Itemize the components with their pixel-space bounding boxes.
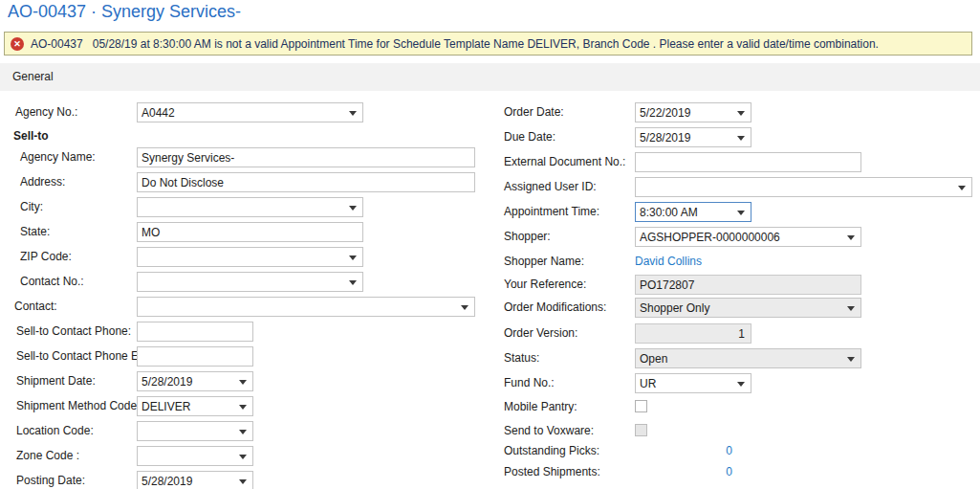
- dropdown-arrow-icon[interactable]: [847, 235, 855, 240]
- field-row-order-modifications: Order Modifications: Shopper Only: [0, 298, 980, 319]
- appointment-time-combobox[interactable]: 8:30:00 AM: [635, 202, 751, 222]
- appointment-time-value: 8:30:00 AM: [640, 206, 735, 219]
- mobile-pantry-checkbox[interactable]: [635, 400, 647, 412]
- page-title: AO-00437 · Synergy Services-: [8, 2, 241, 22]
- external-doc-label: External Document No.:: [504, 155, 625, 168]
- posted-shipments-label: Posted Shipments:: [504, 465, 600, 478]
- field-row-appointment-time: Appointment Time: 8:30:00 AM: [0, 202, 980, 223]
- section-header-general[interactable]: General: [0, 63, 980, 91]
- order-date-value: 5/22/2019: [640, 106, 735, 120]
- error-icon: ✕: [11, 37, 24, 51]
- outstanding-picks-drilldown-link[interactable]: 0: [635, 444, 732, 457]
- dropdown-arrow-icon[interactable]: [737, 111, 745, 116]
- due-date-label: Due Date:: [504, 130, 555, 144]
- field-row-send-to-voxware: Send to Voxware:: [0, 421, 980, 442]
- dropdown-arrow-icon[interactable]: [958, 186, 966, 190]
- mobile-pantry-label: Mobile Pantry:: [504, 400, 577, 413]
- error-message-text: 05/28/19 at 8:30:00 AM is not a valid Ap…: [93, 37, 879, 51]
- status-label: Status:: [504, 351, 539, 365]
- field-row-fund-no: Fund No.: UR: [0, 373, 980, 394]
- appointment-time-label: Appointment Time:: [504, 205, 599, 218]
- order-version-label: Order Version:: [504, 326, 577, 340]
- field-row-status: Status: Open: [0, 348, 980, 369]
- order-version-field: 1: [635, 323, 751, 344]
- field-row-shopper-name: Shopper Name: David Collins: [0, 252, 980, 273]
- order-form-page: AO-00437 · Synergy Services- ✕ AO-004370…: [0, 0, 980, 489]
- dropdown-arrow-icon[interactable]: [737, 211, 745, 215]
- field-row-shopper: Shopper: AGSHOPPER-0000000006: [0, 227, 980, 248]
- your-reference-field: PO172807: [635, 275, 861, 295]
- fund-no-value: UR: [640, 377, 735, 390]
- dropdown-arrow-icon[interactable]: [847, 306, 855, 311]
- order-version-value: 1: [640, 327, 745, 341]
- field-row-order-version: Order Version: 1: [0, 323, 980, 345]
- order-date-combobox[interactable]: 5/22/2019: [635, 102, 751, 122]
- field-row-outstanding-picks: Outstanding Picks: 0: [0, 441, 980, 462]
- field-row-due-date: Due Date: 5/28/2019: [0, 127, 980, 148]
- dropdown-arrow-icon[interactable]: [737, 382, 745, 387]
- error-record-id: AO-00437: [31, 37, 83, 51]
- dropdown-arrow-icon[interactable]: [847, 357, 855, 362]
- order-modifications-label: Order Modifications:: [504, 300, 606, 314]
- send-to-voxware-checkbox[interactable]: [635, 424, 647, 436]
- outstanding-picks-label: Outstanding Picks:: [504, 444, 599, 457]
- shopper-combobox[interactable]: AGSHOPPER-0000000006: [635, 227, 861, 247]
- assigned-user-label: Assigned User ID:: [504, 180, 597, 193]
- field-row-order-date: Order Date: 5/22/2019: [0, 102, 980, 123]
- shopper-value: AGSHOPPER-0000000006: [640, 231, 845, 244]
- shopper-name-link[interactable]: David Collins: [635, 255, 702, 268]
- validation-error-bar: ✕ AO-0043705/28/19 at 8:30:00 AM is not …: [4, 32, 972, 56]
- status-combobox[interactable]: Open: [635, 348, 861, 368]
- send-to-voxware-label: Send to Voxware:: [504, 424, 594, 437]
- error-message: AO-0043705/28/19 at 8:30:00 AM is not a …: [31, 37, 879, 51]
- fund-no-label: Fund No.:: [504, 376, 555, 389]
- field-row-assigned-user: Assigned User ID:: [0, 177, 980, 198]
- field-row-external-doc: External Document No.:: [0, 152, 980, 173]
- dropdown-arrow-icon[interactable]: [737, 136, 745, 141]
- field-row-your-reference: Your Reference: PO172807: [0, 275, 980, 296]
- external-doc-input[interactable]: [635, 152, 861, 172]
- assigned-user-combobox[interactable]: [635, 177, 972, 197]
- shopper-name-label: Shopper Name:: [504, 255, 584, 268]
- status-value: Open: [640, 352, 845, 366]
- posted-shipments-drilldown-link[interactable]: 0: [635, 465, 732, 478]
- field-row-posted-shipments: Posted Shipments: 0: [0, 462, 980, 483]
- order-modifications-combobox[interactable]: Shopper Only: [635, 298, 861, 318]
- order-modifications-value: Shopper Only: [640, 301, 845, 315]
- due-date-value: 5/28/2019: [640, 131, 735, 144]
- shopper-label: Shopper:: [504, 230, 551, 243]
- your-reference-label: Your Reference:: [504, 278, 586, 291]
- order-date-label: Order Date:: [504, 105, 564, 119]
- field-row-mobile-pantry: Mobile Pantry:: [0, 397, 980, 418]
- due-date-combobox[interactable]: 5/28/2019: [635, 127, 751, 147]
- your-reference-value: PO172807: [640, 278, 857, 292]
- fund-no-combobox[interactable]: UR: [635, 373, 751, 393]
